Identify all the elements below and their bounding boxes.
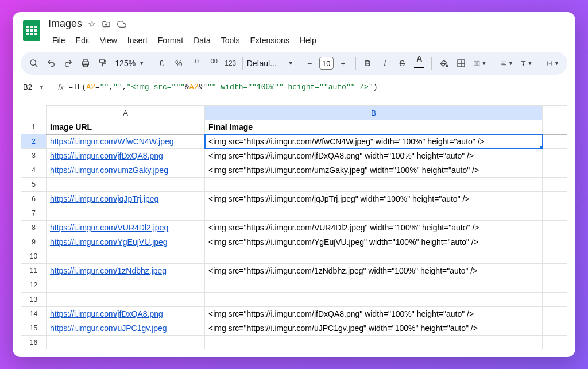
cell[interactable] bbox=[543, 264, 567, 278]
cell[interactable] bbox=[543, 178, 567, 192]
menu-edit[interactable]: Edit bbox=[72, 33, 94, 47]
cell[interactable]: https://i.imgur.com/YgEujVU.jpeg bbox=[47, 235, 205, 249]
cell[interactable] bbox=[543, 206, 567, 221]
cell[interactable] bbox=[543, 149, 567, 163]
italic-button[interactable]: I bbox=[377, 55, 392, 71]
merge-button[interactable]: ▼ bbox=[471, 55, 489, 71]
cell[interactable] bbox=[205, 293, 543, 307]
cell[interactable] bbox=[47, 178, 205, 192]
cell[interactable] bbox=[47, 278, 205, 293]
select-all-corner[interactable] bbox=[21, 106, 47, 120]
cell[interactable]: https://i.imgur.com/VUR4Dl2.jpeg bbox=[47, 221, 205, 235]
row-header[interactable]: 2 bbox=[21, 134, 47, 149]
column-header-c[interactable] bbox=[543, 106, 567, 120]
row-header[interactable]: 4 bbox=[21, 163, 47, 178]
cell[interactable]: <img src="https://i.imgur.com/jqJpTrj.jp… bbox=[205, 192, 543, 206]
font-size-decrease[interactable]: − bbox=[302, 55, 317, 71]
row-header[interactable]: 9 bbox=[21, 235, 47, 249]
menu-tools[interactable]: Tools bbox=[217, 33, 244, 47]
print-icon[interactable] bbox=[78, 55, 93, 71]
name-box[interactable]: B2▼ bbox=[21, 83, 53, 91]
cell[interactable] bbox=[205, 249, 543, 264]
bold-button[interactable]: B bbox=[360, 55, 375, 71]
cell[interactable]: https://i.imgur.com/jfDxQA8.png bbox=[47, 307, 205, 321]
menu-format[interactable]: Format bbox=[154, 33, 187, 47]
cell[interactable]: <img src="https://i.imgur.com/YgEujVU.jp… bbox=[205, 235, 543, 249]
cell[interactable] bbox=[205, 206, 543, 221]
cloud-icon[interactable] bbox=[117, 20, 127, 29]
cell[interactable] bbox=[543, 307, 567, 321]
cell[interactable]: <img src="https://i.imgur.com/jfDxQA8.pn… bbox=[205, 149, 543, 163]
row-header[interactable]: 1 bbox=[21, 120, 47, 134]
star-icon[interactable]: ☆ bbox=[88, 18, 96, 29]
undo-icon[interactable] bbox=[44, 55, 59, 71]
format-123-button[interactable]: 123 bbox=[223, 55, 238, 71]
row-header[interactable]: 12 bbox=[21, 278, 47, 293]
menu-view[interactable]: View bbox=[96, 33, 121, 47]
cell[interactable]: https://i.imgur.com/1zNdbhz.jpeg bbox=[47, 264, 205, 278]
cell[interactable]: https://i.imgur.com/umzGaky.jpeg bbox=[47, 163, 205, 178]
cell[interactable] bbox=[47, 336, 205, 349]
cell[interactable] bbox=[47, 249, 205, 264]
cell[interactable]: <img src="https://i.imgur.com/VUR4Dl2.jp… bbox=[205, 221, 543, 235]
paint-format-icon[interactable] bbox=[95, 55, 110, 71]
redo-icon[interactable] bbox=[61, 55, 76, 71]
wrap-button[interactable]: ▼ bbox=[544, 55, 562, 71]
cell[interactable]: <img src="https://i.imgur.com/umzGaky.jp… bbox=[205, 163, 543, 178]
cell[interactable] bbox=[543, 321, 567, 336]
cell[interactable]: https://i.imgur.com/uJPC1gv.jpeg bbox=[47, 321, 205, 336]
cell[interactable]: <img src="https://i.imgur.com/1zNdbhz.jp… bbox=[205, 264, 543, 278]
cell[interactable] bbox=[47, 206, 205, 221]
cell[interactable] bbox=[543, 163, 567, 178]
column-header-a[interactable]: A bbox=[47, 106, 205, 120]
cell[interactable] bbox=[543, 293, 567, 307]
cell[interactable] bbox=[543, 235, 567, 249]
strikethrough-button[interactable]: S bbox=[394, 55, 409, 71]
cell[interactable]: https://i.imgur.com/jqJpTrj.jpeg bbox=[47, 192, 205, 206]
sheets-logo[interactable] bbox=[21, 17, 42, 42]
row-header[interactable]: 11 bbox=[21, 264, 47, 278]
cell[interactable] bbox=[205, 336, 543, 349]
align-button[interactable]: ▼ bbox=[498, 55, 516, 71]
text-color-button[interactable]: A bbox=[412, 55, 427, 71]
menu-file[interactable]: File bbox=[48, 33, 69, 47]
cell[interactable]: https://i.imgur.com/jfDxQA8.png bbox=[47, 149, 205, 163]
menu-extensions[interactable]: Extensions bbox=[246, 33, 293, 47]
row-header[interactable]: 7 bbox=[21, 206, 47, 221]
font-size-increase[interactable]: + bbox=[336, 55, 351, 71]
cell[interactable] bbox=[543, 278, 567, 293]
header-cell[interactable]: Final Image bbox=[205, 120, 543, 134]
font-size-input[interactable]: 10 bbox=[319, 57, 334, 70]
row-header[interactable]: 10 bbox=[21, 249, 47, 264]
menu-insert[interactable]: Insert bbox=[123, 33, 152, 47]
row-header[interactable]: 13 bbox=[21, 293, 47, 307]
cell[interactable]: <img src="https://i.imgur.com/jfDxQA8.pn… bbox=[205, 307, 543, 321]
row-header[interactable]: 5 bbox=[21, 178, 47, 192]
row-header[interactable]: 15 bbox=[21, 321, 47, 336]
cell[interactable] bbox=[205, 178, 543, 192]
cell[interactable] bbox=[47, 293, 205, 307]
borders-button[interactable] bbox=[454, 55, 469, 71]
decrease-decimal-button[interactable]: .0← bbox=[188, 55, 203, 71]
valign-button[interactable]: ▼ bbox=[518, 55, 535, 71]
document-title[interactable]: Images bbox=[48, 18, 82, 30]
row-header[interactable]: 6 bbox=[21, 192, 47, 206]
cell[interactable] bbox=[205, 278, 543, 293]
menu-help[interactable]: Help bbox=[296, 33, 320, 47]
cell[interactable] bbox=[543, 134, 567, 149]
row-header[interactable]: 8 bbox=[21, 221, 47, 235]
menu-data[interactable]: Data bbox=[189, 33, 215, 47]
currency-button[interactable]: £ bbox=[154, 55, 169, 71]
row-header[interactable]: 14 bbox=[21, 307, 47, 321]
cell[interactable]: <img src="https://i.imgur.com/WfwCN4W.jp… bbox=[205, 134, 543, 149]
cell[interactable]: https://i.imgur.com/WfwCN4W.jpeg bbox=[47, 134, 205, 149]
zoom-selector[interactable]: 125%▼ bbox=[113, 55, 144, 71]
cell[interactable]: <img src="https://i.imgur.com/uJPC1gv.jp… bbox=[205, 321, 543, 336]
cell[interactable] bbox=[543, 120, 567, 134]
spreadsheet-grid[interactable]: A B 1 Image URL Final Image 2https://i.i… bbox=[21, 105, 567, 349]
formula-input[interactable]: =IF(A2="","","<img src="""&A2&""" width=… bbox=[68, 83, 377, 91]
row-header[interactable]: 3 bbox=[21, 149, 47, 163]
move-icon[interactable] bbox=[102, 20, 111, 29]
row-header[interactable]: 16 bbox=[21, 336, 47, 349]
column-header-b[interactable]: B bbox=[205, 106, 543, 120]
